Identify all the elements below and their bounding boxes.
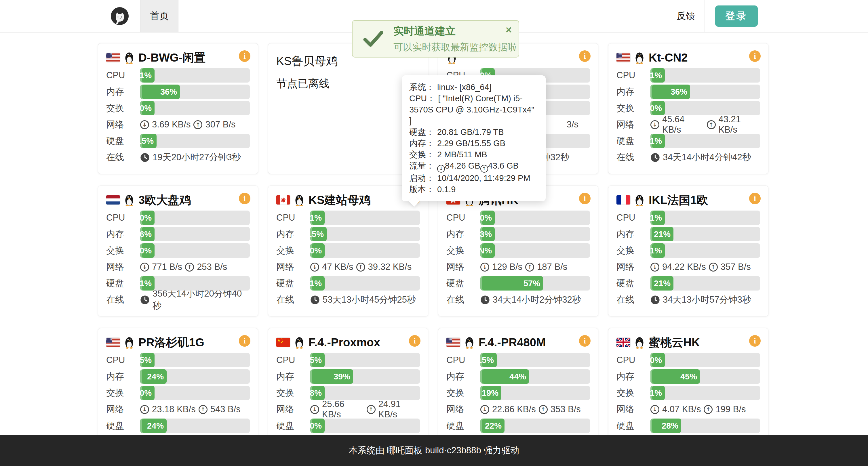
tooltip-value: 84.26 GB [445, 161, 480, 170]
nav-tab-home[interactable]: 首页 [141, 0, 179, 32]
upload-speed: 307 B/s [205, 120, 236, 130]
disk-bar-fill: 22% [480, 419, 504, 433]
server-name: F.4.-Proxmox [309, 336, 380, 349]
success-check-icon [363, 30, 384, 48]
disk-bar: 22% [480, 419, 590, 433]
cpu-bar: 1% [310, 210, 420, 225]
memory-bar: 36% [650, 85, 760, 99]
disk-bar-fill: 21% [650, 276, 674, 291]
swap-bar: 0% [310, 243, 420, 258]
feedback-link[interactable]: 反馈 [667, 0, 705, 32]
download-icon: ↓ [310, 263, 319, 271]
linux-penguin-icon [634, 51, 645, 64]
memory-bar-fill: 15% [310, 227, 327, 241]
swap-bar-fill: 0% [650, 101, 665, 115]
download-speed: 47 KB/s [322, 262, 353, 272]
info-icon[interactable]: i [749, 335, 761, 346]
row-label-cpu: CPU [617, 212, 650, 223]
server-title-row: D-BWG-闲置 [106, 51, 250, 65]
stat-rows: CPU0%内存3%交换NaN%网络↓129 B/s↑187 B/s硬盘57%在线… [446, 210, 590, 307]
tooltip-system-line: 系统：linux- [x86_64] [409, 82, 538, 93]
server-card: D-BWG-闲置iCPU1%内存36%交换0%网络↓3.69 KB/s↑307 … [98, 43, 258, 174]
row-label-mem: 内存 [446, 228, 480, 240]
online-row: 53天13小时45分钟25秒 [310, 293, 420, 307]
stat-rows: CPU1%内存21%交换1%网络↓94.22 KB/s↑357 B/s硬盘21%… [617, 210, 760, 307]
disk-bar: 24% [140, 419, 250, 433]
upload-speed: 24.91 KB/s [378, 399, 420, 420]
row-label-disk: 硬盘 [617, 420, 650, 432]
download-speed: 4.07 KB/s [662, 404, 701, 414]
site-logo[interactable] [99, 7, 141, 25]
info-icon[interactable]: i [749, 51, 761, 62]
memory-bar-fill: 36% [650, 85, 690, 99]
realtime-toast: 实时通道建立 可以实时获取最新监控数据啦 × [352, 20, 519, 58]
row-label-net: 网络 [106, 119, 140, 131]
tooltip-value: 10/14/2020, 11:49:29 PM [437, 173, 530, 182]
swap-bar: 0% [140, 101, 250, 115]
toast-close-icon[interactable]: × [506, 25, 512, 35]
info-icon[interactable]: i [239, 193, 250, 204]
upload-icon: ↑ [193, 120, 202, 129]
info-icon[interactable]: i [749, 193, 761, 204]
disk-bar: 11% [650, 134, 760, 148]
upload-speed: 199 B/s [715, 404, 746, 414]
download-speed: 23.18 KB/s [152, 404, 196, 414]
tooltip-label: 流量： [409, 161, 434, 170]
memory-bar-fill: 39% [310, 369, 353, 384]
network-row: ↓25.66 KB/s↑24.91 KB/s [310, 402, 420, 417]
cpu-bar: 5% [140, 353, 250, 367]
download-icon: ↓ [310, 405, 319, 414]
disk-bar: 10% [310, 419, 420, 433]
info-icon[interactable]: i [579, 51, 591, 62]
swap-bar: 0% [140, 243, 250, 258]
swap-bar: 1% [650, 386, 760, 400]
tooltip-label: 启动： [409, 173, 434, 182]
row-label-online: 在线 [617, 151, 650, 163]
row-label-mem: 内存 [617, 228, 650, 240]
info-icon[interactable]: i [579, 193, 591, 204]
disk-bar: 1% [310, 276, 420, 291]
memory-bar: 15% [310, 227, 420, 241]
memory-bar: 21% [650, 227, 760, 241]
download-icon: ↓ [140, 405, 149, 414]
flag-gb-icon [617, 338, 630, 347]
upload-icon: ↑ [480, 165, 488, 173]
server-name: F.4.-PR480M [478, 336, 546, 349]
online-duration: 356天14小时20分钟40秒 [153, 288, 250, 312]
stat-rows: CPU1%内存36%交换0%网络↓45.64 KB/s↑43.21 KB/s硬盘… [617, 68, 760, 165]
memory-bar-fill: 45% [650, 369, 700, 384]
footer-text[interactable]: 本系统由 哪吒面板 build·c23b88b 强力驱动 [349, 444, 520, 457]
flag-us-icon [106, 338, 120, 347]
network-row: ↓47 KB/s↑39.32 KB/s [310, 260, 420, 274]
network-row: ↓771 B/s↑253 B/s [140, 260, 250, 274]
cpu-bar-fill: 1% [650, 210, 665, 225]
info-icon[interactable]: i [239, 335, 250, 346]
login-button[interactable]: 登录 [715, 5, 758, 27]
tooltip-label: 系统： [409, 82, 434, 92]
upload-icon: ↑ [198, 405, 208, 414]
info-icon[interactable]: i [409, 335, 421, 346]
upload-icon: ↑ [185, 263, 194, 271]
disk-bar: 15% [140, 134, 250, 148]
cpu-bar: 1% [650, 210, 760, 225]
upload-icon: ↑ [356, 263, 365, 271]
info-icon[interactable]: i [579, 335, 591, 346]
network-row: ↓22.86 KB/s↑353 B/s [480, 402, 590, 417]
swap-bar-fill: 8% [310, 386, 324, 400]
online-row: 34天14小时2分钟32秒 [480, 293, 590, 307]
swap-bar: NaN% [480, 243, 590, 258]
flag-nl-icon [106, 195, 120, 204]
row-label-online: 在线 [276, 294, 310, 306]
row-label-net: 网络 [106, 403, 140, 415]
network-row: ↓94.22 KB/s↑357 B/s [650, 260, 760, 274]
disk-bar-fill: 1% [310, 276, 324, 291]
tooltip-disk-line: 硬盘：20.81 GB/1.79 TB [409, 127, 538, 138]
clock-icon [310, 295, 320, 305]
online-row: 34天13小时57分钟3秒 [650, 293, 760, 307]
info-icon[interactable]: i [239, 51, 250, 62]
flag-us-icon [617, 53, 630, 62]
cpu-bar-fill: 0% [480, 210, 495, 225]
flag-us-icon [446, 338, 460, 347]
cpu-bar-fill: 5% [310, 353, 324, 367]
navbar-right: 反馈 登录 [667, 0, 758, 32]
